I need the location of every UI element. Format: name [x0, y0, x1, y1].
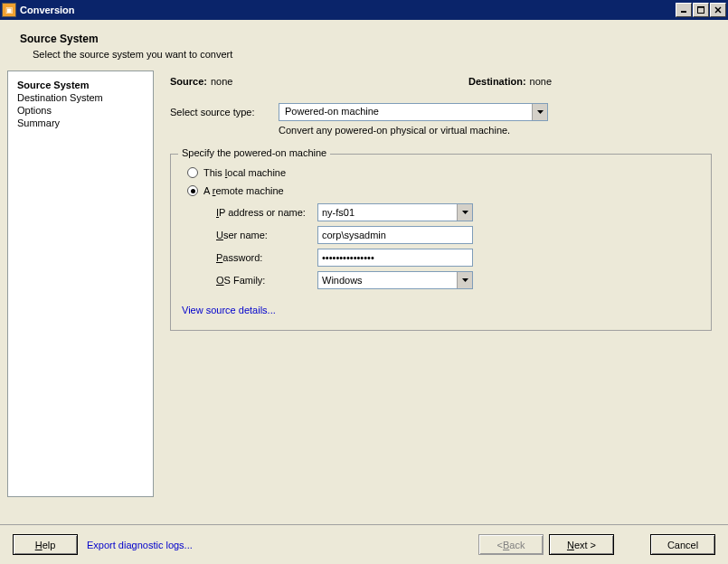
- user-label: User name:: [216, 230, 317, 240]
- os-row: OS Family: Windows: [216, 271, 700, 289]
- app-icon: ▣: [2, 3, 16, 17]
- window-controls: [676, 3, 726, 17]
- fieldset-legend: Specify the powered-on machine: [178, 147, 330, 158]
- password-label: Password:: [216, 252, 317, 263]
- ip-row: IP address or name:: [216, 203, 700, 221]
- source-label: Source:: [170, 76, 207, 87]
- os-dropdown[interactable]: Windows: [317, 271, 473, 289]
- ip-combo[interactable]: [317, 203, 473, 221]
- footer-buttons: Help Export diagnostic logs... < Back Ne…: [0, 524, 728, 564]
- sidebar-item-label: Destination System: [17, 92, 103, 103]
- source-info: Source: none: [170, 76, 468, 87]
- source-type-value: Powered-on machine: [279, 104, 532, 120]
- os-value: Windows: [318, 272, 457, 288]
- machine-fieldset: Specify the powered-on machine This loca…: [170, 154, 712, 331]
- source-type-row: Select source type: Powered-on machine: [170, 103, 712, 121]
- source-type-label: Select source type:: [170, 107, 279, 118]
- minimize-icon: [680, 6, 687, 14]
- maximize-icon: [697, 6, 704, 14]
- radio-local-row[interactable]: This local machine: [187, 167, 700, 178]
- radio-local-label: This local machine: [203, 167, 286, 178]
- radio-remote-label: A remote machine: [203, 185, 284, 196]
- maximize-button[interactable]: [693, 3, 709, 17]
- dropdown-button[interactable]: [532, 104, 547, 120]
- window-title: Conversion: [20, 5, 676, 15]
- username-input[interactable]: [317, 226, 473, 244]
- main-panel: Source: none Destination: none Select so…: [154, 70, 721, 497]
- sidebar-item-summary[interactable]: Summary: [17, 117, 144, 129]
- close-icon: [714, 6, 722, 14]
- svg-marker-7: [462, 278, 468, 282]
- source-type-help: Convert any powered-on physical or virtu…: [279, 125, 712, 136]
- content-area: Source System Destination System Options…: [0, 70, 728, 497]
- radio-local[interactable]: [187, 167, 198, 178]
- password-input[interactable]: [317, 249, 473, 267]
- sidebar-item-label: Summary: [17, 118, 60, 128]
- minimize-button[interactable]: [676, 3, 692, 17]
- titlebar: ▣ Conversion: [0, 0, 728, 20]
- header-section: Source System Select the source system y…: [0, 20, 728, 70]
- source-value: none: [211, 76, 232, 87]
- sidebar-item-destination-system[interactable]: Destination System: [17, 91, 144, 104]
- view-source-details-link[interactable]: View source details...: [182, 305, 276, 315]
- svg-marker-6: [462, 211, 468, 214]
- ip-label: IP address or name:: [216, 207, 317, 218]
- back-button: < Back: [478, 534, 544, 555]
- destination-value: none: [530, 76, 552, 87]
- page-title: Source System: [20, 33, 708, 45]
- export-logs-link[interactable]: Export diagnostic logs...: [87, 540, 193, 550]
- destination-label: Destination:: [468, 76, 526, 87]
- password-row: Password:: [216, 249, 700, 267]
- close-button[interactable]: [710, 3, 726, 17]
- sidebar-item-options[interactable]: Options: [17, 104, 144, 117]
- radio-remote-row[interactable]: A remote machine: [187, 185, 700, 196]
- sidebar-item-label: Source System: [17, 80, 89, 90]
- page-subtitle: Select the source system you want to con…: [33, 49, 708, 60]
- sidebar-item-label: Options: [17, 105, 52, 116]
- chevron-down-icon: [462, 278, 468, 282]
- sidebar-item-source-system[interactable]: Source System: [17, 79, 144, 91]
- ip-input[interactable]: [318, 204, 457, 221]
- radio-remote[interactable]: [187, 185, 198, 196]
- wizard-sidebar: Source System Destination System Options…: [7, 70, 154, 497]
- user-row: User name:: [216, 226, 700, 244]
- help-button[interactable]: Help: [13, 534, 78, 555]
- source-type-dropdown[interactable]: Powered-on machine: [279, 103, 548, 121]
- svg-marker-5: [537, 110, 544, 114]
- next-button[interactable]: Next >: [549, 534, 614, 555]
- ip-dropdown-button[interactable]: [457, 204, 472, 221]
- cancel-button[interactable]: Cancel: [650, 534, 715, 555]
- os-dropdown-button[interactable]: [457, 272, 472, 288]
- chevron-down-icon: [462, 211, 468, 214]
- destination-info: Destination: none: [468, 76, 552, 87]
- info-row: Source: none Destination: none: [170, 76, 712, 87]
- os-label: OS Family:: [216, 275, 317, 286]
- remote-form: IP address or name: User name: Password: [216, 203, 700, 289]
- chevron-down-icon: [537, 110, 544, 114]
